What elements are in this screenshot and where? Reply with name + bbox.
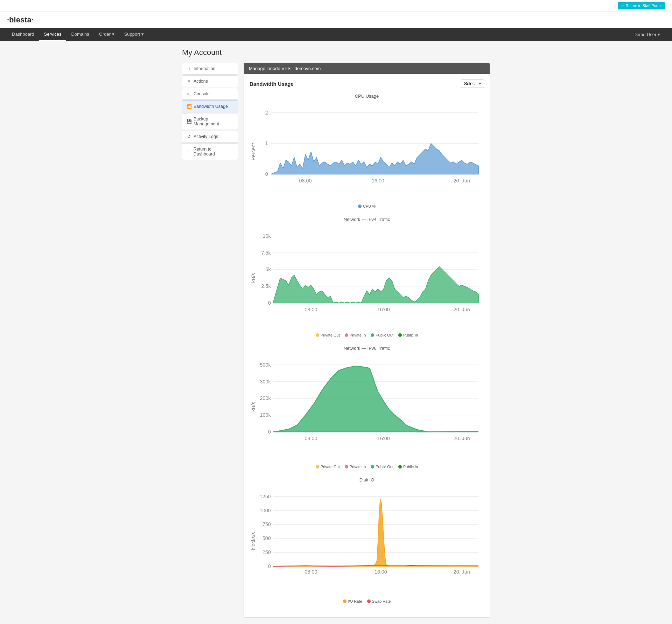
svg-text:0: 0 (268, 429, 271, 435)
svg-text:16:00: 16:00 (372, 178, 384, 183)
main-header: Manage Linode VPS - demovn.com (244, 63, 490, 74)
disk-legend-io: I/O Rate (343, 599, 362, 603)
svg-text:08:00: 08:00 (299, 178, 312, 183)
ipv6-private-out-dot (316, 465, 319, 469)
page-content: My Account ℹ Information ≡ Actions >_ Co… (175, 41, 497, 624)
period-select[interactable]: Select (461, 79, 484, 88)
svg-text:0: 0 (268, 300, 271, 306)
ipv4-legend-public-in: Public In (398, 333, 418, 337)
layout: ℹ Information ≡ Actions >_ Console 📶 Ban… (182, 63, 490, 618)
svg-text:blocks/s: blocks/s (251, 532, 256, 550)
main-nav: Dashboard Services Domains Order ▾ Suppo… (0, 28, 672, 41)
sidebar-label-console: Console (194, 91, 210, 96)
ipv6-public-in-label: Public In (403, 465, 418, 469)
ipv4-public-out-dot (371, 333, 374, 337)
svg-text:500: 500 (262, 536, 271, 541)
sidebar-label-bandwidth: Bandwidth Usage (194, 104, 228, 109)
logo-text: ·blesta· (7, 15, 34, 25)
disk-legend: I/O Rate Swap Rate (250, 599, 484, 603)
nav-user[interactable]: Demo User ▾ (629, 28, 665, 41)
svg-text:250: 250 (262, 550, 271, 555)
nav-support[interactable]: Support ▾ (119, 28, 149, 41)
ipv6-legend-public-in: Public In (398, 465, 418, 469)
ipv4-private-in-label: Private In (350, 333, 366, 337)
disk-chart-section: Disk IO 0 250 (250, 477, 484, 603)
logo-bar: ·blesta· (0, 12, 672, 28)
svg-text:kB/s: kB/s (251, 402, 256, 412)
activity-icon: ↺ (187, 134, 191, 139)
ipv4-legend-private-out: Private Out (316, 333, 340, 337)
ipv4-chart-container: 0 2.5k 5k 7.5k 10k kB/s 08:00 16:00 20. … (250, 225, 484, 331)
cpu-chart-title: CPU Usage (250, 93, 484, 99)
svg-text:10k: 10k (262, 233, 271, 239)
ipv4-private-out-label: Private Out (321, 333, 340, 337)
ipv6-legend-private-out: Private Out (316, 465, 340, 469)
ipv4-legend-private-in: Private In (345, 333, 366, 337)
svg-text:20. Jun: 20. Jun (454, 569, 470, 575)
ipv4-public-in-label: Public In (403, 333, 418, 337)
nav-order[interactable]: Order ▾ (94, 28, 119, 41)
svg-text:20. Jun: 20. Jun (454, 178, 470, 183)
svg-text:750: 750 (262, 522, 271, 527)
ipv4-legend-public-out: Public Out (371, 333, 393, 337)
sidebar-item-bandwidth[interactable]: 📶 Bandwidth Usage (182, 100, 238, 112)
nav-dashboard[interactable]: Dashboard (7, 28, 39, 41)
disk-swap-dot (367, 599, 371, 603)
disk-io-dot (343, 599, 346, 603)
ipv6-private-in-dot (345, 465, 348, 469)
sidebar-item-return[interactable]: ← Return to Dashboard (182, 143, 238, 160)
staff-portal-button[interactable]: ↩ Return to Staff Portal (618, 2, 665, 9)
svg-text:kB/s: kB/s (251, 273, 256, 283)
ipv6-legend-public-out: Public Out (371, 465, 393, 469)
svg-text:08:00: 08:00 (305, 307, 317, 312)
ipv6-chart-title: Network — IPv6 Traffic (250, 346, 484, 351)
ipv6-chart-section: Network — IPv6 Traffic 0 100k (250, 346, 484, 469)
logo: ·blesta· (7, 15, 34, 25)
svg-text:100k: 100k (260, 412, 271, 418)
console-icon: >_ (187, 92, 191, 96)
sidebar-item-actions[interactable]: ≡ Actions (182, 75, 238, 87)
nav-domains[interactable]: Domains (66, 28, 94, 41)
ipv6-private-in-label: Private In (350, 465, 366, 469)
sidebar-item-console[interactable]: >_ Console (182, 88, 238, 100)
disk-legend-swap: Swap Rate (367, 599, 391, 603)
nav-left: Dashboard Services Domains Order ▾ Suppo… (7, 28, 149, 41)
svg-text:16:00: 16:00 (377, 307, 390, 312)
bandwidth-icon: 📶 (187, 104, 191, 109)
ipv4-public-in-dot (398, 333, 402, 337)
cpu-chart-svg: 0 1 2 Percent 08:00 16:00 20. Jun (250, 102, 484, 202)
ipv4-chart-title: Network — IPv4 Traffic (250, 217, 484, 222)
svg-text:16:00: 16:00 (374, 569, 387, 575)
sidebar-label-information: Information (194, 66, 216, 71)
sidebar-item-activity[interactable]: ↺ Activity Logs (182, 131, 238, 143)
sidebar: ℹ Information ≡ Actions >_ Console 📶 Ban… (182, 63, 238, 618)
disk-chart-container: 0 250 500 750 1000 1250 blocks/s 08:00 1… (250, 485, 484, 597)
sidebar-item-information[interactable]: ℹ Information (182, 63, 238, 75)
ipv4-private-in-dot (345, 333, 348, 337)
disk-io-label: I/O Rate (348, 599, 362, 603)
svg-text:300k: 300k (260, 379, 271, 384)
sidebar-item-backup[interactable]: 💾 Backup Management (182, 113, 238, 130)
ipv4-chart-section: Network — IPv4 Traffic 0 2.5k (250, 217, 484, 337)
main-panel: Manage Linode VPS - demovn.com Bandwidth… (244, 63, 490, 618)
svg-text:5k: 5k (265, 267, 271, 272)
disk-chart-svg: 0 250 500 750 1000 1250 blocks/s 08:00 1… (250, 485, 484, 597)
svg-text:1000: 1000 (260, 508, 271, 513)
bandwidth-title: Bandwidth Usage (250, 81, 294, 87)
svg-text:20. Jun: 20. Jun (454, 307, 470, 312)
svg-text:16:00: 16:00 (377, 436, 390, 441)
svg-text:20. Jun: 20. Jun (454, 436, 470, 441)
cpu-legend-dot (358, 204, 362, 208)
actions-icon: ≡ (187, 79, 191, 84)
ipv6-private-out-label: Private Out (321, 465, 340, 469)
svg-text:2: 2 (265, 110, 268, 116)
cpu-chart-container: 0 1 2 Percent 08:00 16:00 20. Jun (250, 102, 484, 202)
sidebar-label-activity: Activity Logs (194, 134, 218, 139)
ipv6-legend-private-in: Private In (345, 465, 366, 469)
ipv4-public-out-label: Public Out (376, 333, 393, 337)
nav-services[interactable]: Services (39, 28, 66, 41)
svg-text:1: 1 (265, 140, 268, 146)
svg-line-38 (417, 431, 478, 432)
svg-text:2.5k: 2.5k (261, 283, 271, 289)
ipv6-public-in-dot (398, 465, 402, 469)
